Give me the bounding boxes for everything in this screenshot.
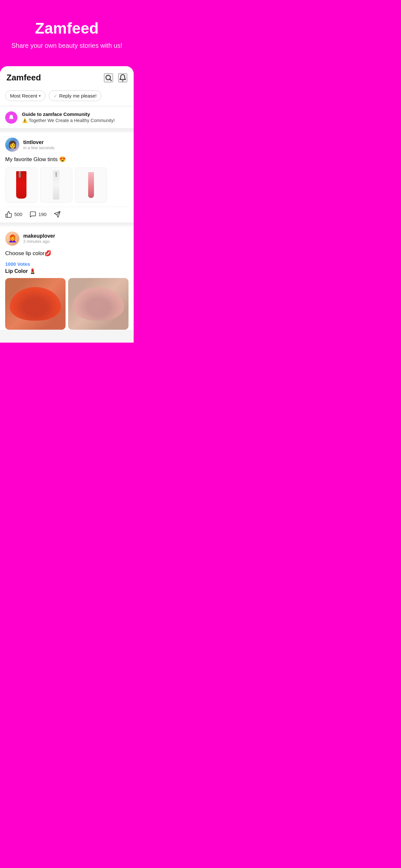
user-info-1: tintlover in a few seconds — [23, 140, 128, 150]
lip-color-nude-img — [68, 278, 128, 330]
post-time-2: 2 minutes ago — [23, 239, 128, 244]
svg-line-1 — [110, 79, 112, 81]
comment-icon — [29, 211, 36, 218]
product-image-1[interactable] — [5, 167, 37, 203]
bell-filled-icon — [8, 114, 14, 121]
app-subtitle: Share your own beauty stories with us! — [6, 41, 127, 50]
notice-body: ⚠️ Together We Create a Healthy Communit… — [22, 118, 128, 123]
user-info-2: makeuplover 2 minutes ago — [23, 233, 128, 244]
divider-2 — [0, 222, 134, 224]
avatar-makeuplover: 👩‍🦰 — [5, 231, 19, 246]
username-1[interactable]: tintlover — [23, 140, 128, 145]
search-icon — [104, 74, 112, 82]
main-card: Zamfeed Most Recent ▾ ✓ Reply me — [0, 66, 134, 343]
header-icons — [104, 73, 127, 82]
poll-title: Lip Color 💄 — [5, 268, 128, 274]
product-image-2[interactable] — [40, 167, 72, 203]
notification-button[interactable] — [118, 73, 127, 82]
post-images-1 — [5, 167, 128, 203]
reply-filter-button[interactable]: ✓ Reply me please! — [49, 90, 101, 101]
tint-product-img-2 — [53, 170, 59, 199]
app-title: Zamfeed — [6, 20, 127, 37]
tint-product-img-3 — [88, 172, 94, 198]
filter-bar: Most Recent ▾ ✓ Reply me please! — [0, 87, 134, 105]
sort-filter-button[interactable]: Most Recent ▾ — [5, 90, 45, 101]
product-image-3[interactable] — [75, 167, 107, 203]
post-content-1: My favorite Glow tints 😍 — [5, 156, 128, 163]
vote-count[interactable]: 1000 Votes — [5, 261, 128, 267]
post-content-2: Choose lip color💋 — [5, 250, 128, 257]
like-button-1[interactable]: 500 — [5, 211, 22, 218]
sort-label: Most Recent — [10, 93, 37, 98]
post-header-1: 👩 tintlover in a few seconds — [5, 137, 128, 152]
header-title: Zamfeed — [6, 73, 41, 83]
hero-section: Zamfeed Share your own beauty stories wi… — [0, 0, 134, 63]
post-time-1: in a few seconds — [23, 145, 128, 150]
username-2[interactable]: makeuplover — [23, 233, 128, 239]
tint-product-img-1 — [16, 171, 27, 198]
lip-shape-nude — [73, 287, 124, 321]
bell-icon — [119, 74, 127, 82]
app-header: Zamfeed — [0, 66, 134, 87]
notice-bell-icon — [5, 112, 18, 124]
post-header-2: 👩‍🦰 makeuplover 2 minutes ago — [5, 231, 128, 246]
comment-count-1: 190 — [38, 212, 47, 217]
post-card-2: 👩‍🦰 makeuplover 2 minutes ago Choose lip… — [0, 226, 134, 330]
post-actions-1: 500 190 — [5, 207, 128, 222]
notice-text: Guide to zamface Community ⚠️ Together W… — [22, 112, 128, 123]
avatar-tintlover: 👩 — [5, 137, 19, 152]
lip-shape-red — [10, 287, 61, 321]
lip-image-nude[interactable] — [68, 278, 128, 330]
share-button-1[interactable] — [54, 211, 61, 218]
search-button[interactable] — [104, 73, 113, 82]
lip-color-red-img — [5, 278, 66, 330]
like-count-1: 500 — [14, 212, 22, 217]
svg-point-0 — [106, 75, 111, 80]
post-card-1: 👩 tintlover in a few seconds My favorite… — [0, 132, 134, 222]
divider-1 — [0, 128, 134, 130]
poll-images — [5, 278, 128, 330]
notice-title: Guide to zamface Community — [22, 112, 128, 117]
community-notice: Guide to zamface Community ⚠️ Together W… — [0, 107, 134, 128]
comment-button-1[interactable]: 190 — [29, 211, 47, 218]
check-icon: ✓ — [54, 93, 58, 98]
chevron-down-icon: ▾ — [39, 94, 41, 98]
thumbs-up-icon — [5, 211, 12, 218]
send-icon — [54, 211, 61, 218]
reply-filter-label: Reply me please! — [59, 93, 96, 98]
lip-image-red[interactable] — [5, 278, 66, 330]
